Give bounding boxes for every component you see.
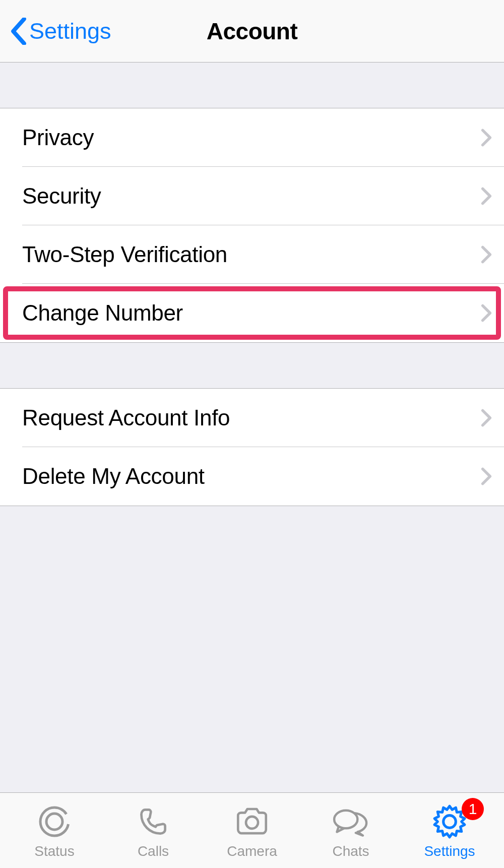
group-spacer [0,343,504,388]
chevron-right-icon [481,408,492,427]
tab-label: Settings [424,843,475,859]
chevron-right-icon [481,467,492,486]
row-delete-my-account[interactable]: Delete My Account [0,447,504,506]
tab-label: Chats [332,843,369,859]
row-label: Security [22,183,101,209]
status-icon [37,802,72,841]
tab-chats[interactable]: Chats [301,802,400,859]
svg-point-4 [444,815,456,828]
tab-label: Camera [227,843,277,859]
chats-icon [331,802,371,841]
tab-calls[interactable]: Calls [104,802,203,859]
svg-point-2 [246,816,258,828]
settings-group-1: Privacy Security Two-Step Verification [0,108,504,343]
highlighted-row-wrap: Change Number [0,284,504,342]
svg-point-0 [40,808,69,836]
row-change-number[interactable]: Change Number [0,284,504,342]
row-two-step-verification[interactable]: Two-Step Verification [0,225,504,284]
row-label: Privacy [22,125,94,150]
row-label: Two-Step Verification [22,242,227,267]
tab-status[interactable]: Status [5,802,104,859]
phone-icon [137,802,170,841]
settings-group-2: Request Account Info Delete My Account [0,388,504,506]
back-button[interactable]: Settings [5,0,116,62]
tab-label: Status [34,843,74,859]
chevron-right-icon [481,245,492,264]
row-privacy[interactable]: Privacy [0,108,504,167]
group-spacer [0,63,504,108]
svg-point-1 [46,814,62,830]
row-label: Request Account Info [22,405,230,430]
tabbar: Status Calls Camera [0,792,504,868]
content: Privacy Security Two-Step Verification [0,63,504,792]
notification-badge: 1 [462,798,484,820]
row-label: Delete My Account [22,464,205,489]
chevron-left-icon [10,18,27,45]
row-request-account-info[interactable]: Request Account Info [0,389,504,447]
chevron-right-icon [481,187,492,206]
tab-camera[interactable]: Camera [203,802,301,859]
chevron-right-icon [481,128,492,147]
navbar: Settings Account [0,0,504,63]
camera-icon [233,802,271,841]
row-security[interactable]: Security [0,167,504,225]
back-label: Settings [29,18,111,44]
tab-settings[interactable]: Settings 1 [400,802,499,859]
row-label: Change Number [22,300,183,326]
tab-label: Calls [138,843,169,859]
chevron-right-icon [481,303,492,323]
